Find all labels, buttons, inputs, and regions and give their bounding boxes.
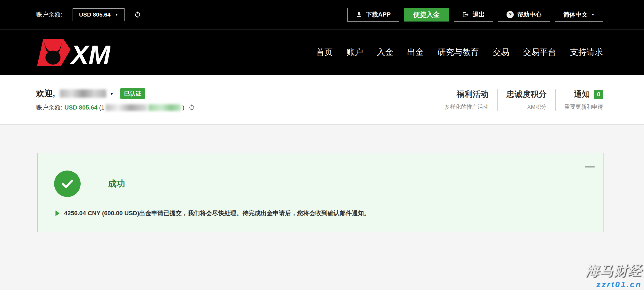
verified-badge: 已认证	[120, 88, 145, 99]
user-dropdown-caret-icon[interactable]: ▼	[110, 91, 114, 96]
masked-account-type	[148, 104, 181, 111]
watermark: 海马财经 zzrt01.cn	[585, 262, 642, 289]
nav-item-withdraw[interactable]: 出金	[407, 47, 424, 58]
quick-link-loyalty[interactable]: 忠诚度积分 XM积分	[497, 89, 555, 111]
nav-item-trading[interactable]: 交易	[493, 47, 509, 58]
nav-item-support[interactable]: 支持请求	[570, 47, 603, 58]
loyalty-subtitle: XM积分	[507, 103, 547, 111]
masked-username	[60, 89, 106, 98]
notifications-subtitle: 重要更新和申请	[565, 103, 603, 111]
download-app-button[interactable]: 下载APP	[347, 8, 399, 22]
notification-count-badge: 0	[594, 90, 603, 99]
main-nav-bar: XM 首页 账户 入金 出金 研究与教育 交易 交易平台 支持请求	[0, 30, 644, 75]
svg-text:XM: XM	[70, 40, 110, 67]
logout-label: 退出	[473, 10, 485, 19]
quick-link-promotions[interactable]: 福利活动 多样化的推广活动	[436, 89, 497, 111]
quick-deposit-button[interactable]: 便捷入金	[404, 8, 449, 22]
nav-item-deposit[interactable]: 入金	[377, 47, 393, 58]
balance-value: USD 805.64	[79, 11, 110, 18]
account-close-paren: )	[182, 104, 184, 111]
nav-items: 首页 账户 入金 出金 研究与教育 交易 交易平台 支持请求	[316, 47, 603, 58]
quick-deposit-label: 便捷入金	[413, 10, 440, 19]
greeting-text: 欢迎,	[36, 88, 55, 99]
top-utility-bar: 账户余额: USD 805.64 ▼ 下载APP 便捷入金 退出 ? 帮助中心 …	[0, 0, 644, 30]
help-center-button[interactable]: ? 帮助中心	[498, 8, 550, 22]
watermark-url: zzrt01.cn	[585, 280, 642, 289]
logout-button[interactable]: 退出	[454, 8, 493, 22]
download-icon	[356, 11, 362, 18]
loyalty-title: 忠诚度积分	[507, 89, 547, 100]
welcome-strip: 欢迎, ▼ 已认证 账户余额: USD 805.64 (1 ) 福利活动 多样化…	[0, 75, 644, 125]
account-balance-label: 账户余额:	[36, 10, 62, 19]
chevron-down-icon: ▼	[115, 13, 118, 17]
nav-item-home[interactable]: 首页	[316, 47, 333, 58]
collapse-panel-button[interactable]	[585, 166, 595, 167]
balance-value: USD 805.64	[64, 104, 97, 111]
notifications-title: 通知	[574, 89, 590, 100]
success-message-row: 4256.04 CNY (600.00 USD)出金申请已提交，我们将会尽快处理…	[55, 209, 370, 217]
watermark-brand: 海马财经	[585, 262, 642, 280]
main-content: 成功 4256.04 CNY (600.00 USD)出金申请已提交，我们将会尽…	[0, 125, 644, 290]
nav-item-research-education[interactable]: 研究与教育	[438, 47, 479, 58]
balance-label: 账户余额:	[36, 103, 62, 112]
nav-item-account[interactable]: 账户	[346, 47, 363, 58]
account-open-paren: (1	[99, 104, 105, 111]
success-check-icon	[54, 171, 81, 197]
quick-link-notifications[interactable]: 通知 0 重要更新和申请	[555, 89, 603, 111]
download-app-label: 下载APP	[366, 10, 391, 19]
language-dropdown[interactable]: 简体中文 ▼	[555, 8, 603, 22]
promotions-subtitle: 多样化的推广活动	[444, 103, 489, 111]
topbar-actions: 下载APP 便捷入金 退出 ? 帮助中心 简体中文 ▼	[347, 8, 603, 22]
xm-logo[interactable]: XM	[35, 38, 110, 67]
welcome-quick-links: 福利活动 多样化的推广活动 忠诚度积分 XM积分 通知 0 重要更新和申请	[436, 89, 603, 111]
question-circle-icon: ?	[507, 11, 514, 18]
success-title: 成功	[108, 178, 125, 190]
bullet-triangle-icon	[55, 211, 60, 216]
balance-dropdown[interactable]: USD 805.64 ▼	[73, 8, 124, 21]
promotions-title: 福利活动	[444, 89, 489, 100]
success-panel: 成功 4256.04 CNY (600.00 USD)出金申请已提交，我们将会尽…	[38, 153, 603, 232]
refresh-account-icon[interactable]	[188, 104, 195, 111]
chevron-down-icon: ▼	[591, 13, 595, 17]
success-panel-header: 成功	[54, 171, 125, 197]
masked-account-number	[106, 104, 147, 111]
logout-icon	[462, 11, 469, 18]
refresh-balance-icon[interactable]	[134, 11, 141, 18]
nav-item-platforms[interactable]: 交易平台	[523, 47, 556, 58]
welcome-left: 欢迎, ▼ 已认证 账户余额: USD 805.64 (1 )	[36, 88, 195, 112]
help-center-label: 帮助中心	[517, 10, 542, 19]
language-label: 简体中文	[563, 10, 588, 19]
success-message: 4256.04 CNY (600.00 USD)出金申请已提交，我们将会尽快处理…	[64, 209, 370, 217]
